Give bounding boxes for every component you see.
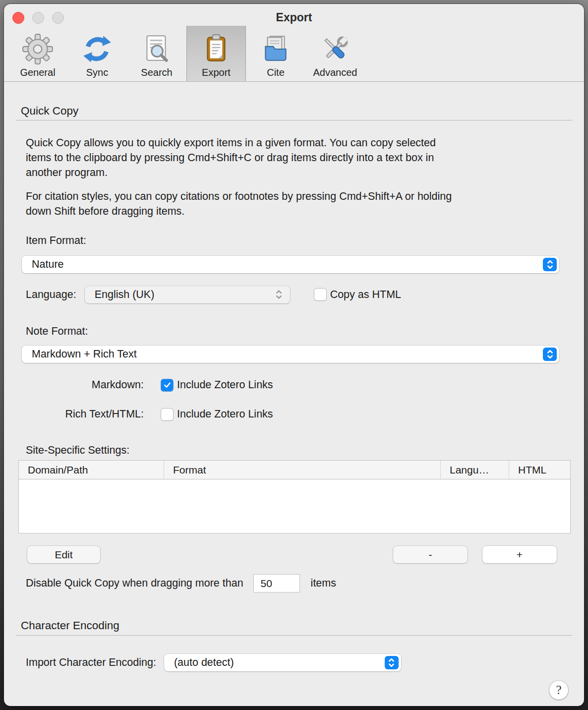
- language-value: English (UK): [85, 289, 155, 301]
- site-specific-settings-table: Domain/Path Format Langu… HTML: [19, 461, 570, 533]
- items-label: items: [311, 577, 336, 590]
- help-button[interactable]: ?: [549, 681, 568, 700]
- title-bar: Export: [4, 4, 584, 26]
- markdown-include-links-checkbox[interactable]: [161, 379, 173, 391]
- minimize-button[interactable]: [32, 12, 44, 24]
- chevron-up-down-icon: [385, 656, 399, 669]
- column-header-domain-path[interactable]: Domain/Path: [19, 461, 164, 479]
- preferences-window: Export General: [4, 4, 584, 706]
- checkmark-icon: [163, 381, 172, 389]
- copy-as-html-checkbox[interactable]: [314, 289, 326, 300]
- section-divider: [16, 120, 572, 120]
- richtext-include-links-label: Include Zotero Links: [177, 408, 273, 420]
- tab-cite-label: Cite: [267, 67, 285, 78]
- preferences-toolbar: General Sync Search: [4, 26, 584, 82]
- column-header-language[interactable]: Langu…: [440, 461, 509, 479]
- note-format-select[interactable]: Markdown + Rich Text: [22, 346, 559, 363]
- search-icon: [140, 33, 173, 65]
- item-format-label: Item Format:: [26, 235, 584, 247]
- markdown-include-links-label: Include Zotero Links: [177, 379, 273, 391]
- item-format-select[interactable]: Nature: [22, 256, 559, 273]
- add-row-button[interactable]: +: [482, 546, 557, 563]
- tab-export-label: Export: [202, 67, 231, 78]
- language-select[interactable]: English (UK): [85, 286, 290, 303]
- note-format-value: Markdown + Rich Text: [22, 348, 137, 360]
- chevron-up-down-icon: [275, 286, 283, 303]
- tab-search[interactable]: Search: [127, 26, 186, 81]
- column-header-html[interactable]: HTML: [509, 461, 570, 479]
- sync-icon: [81, 33, 114, 65]
- import-encoding-value: (auto detect): [164, 656, 234, 669]
- tab-sync[interactable]: Sync: [67, 26, 127, 81]
- item-format-value: Nature: [22, 258, 64, 271]
- quick-copy-heading: Quick Copy: [21, 105, 584, 118]
- close-button[interactable]: [12, 12, 24, 24]
- tab-advanced-label: Advanced: [313, 67, 357, 78]
- window-title: Export: [4, 4, 584, 24]
- table-body-empty: [19, 479, 570, 533]
- tab-search-label: Search: [141, 67, 172, 78]
- richtext-include-links-checkbox[interactable]: [161, 409, 173, 420]
- quick-copy-description: Quick Copy allows you to quickly export …: [26, 135, 559, 180]
- markdown-label: Markdown:: [26, 379, 144, 391]
- richtext-label: Rich Text/HTML:: [26, 408, 144, 420]
- zoom-button[interactable]: [52, 12, 64, 24]
- tab-sync-label: Sync: [86, 67, 108, 78]
- section-divider: [16, 635, 572, 636]
- gear-icon: [21, 33, 54, 65]
- citation-styles-description: For citation styles, you can copy citati…: [26, 189, 559, 219]
- traffic-lights: [12, 12, 64, 24]
- language-label: Language:: [26, 289, 76, 301]
- cite-folder-icon: [259, 33, 292, 65]
- site-specific-settings-label: Site-Specific Settings:: [26, 444, 584, 457]
- export-clipboard-icon: [200, 33, 233, 65]
- copy-as-html-label: Copy as HTML: [330, 289, 401, 301]
- tab-general-label: General: [20, 67, 55, 78]
- chevron-up-down-icon: [543, 348, 557, 361]
- character-encoding-heading: Character Encoding: [21, 619, 584, 632]
- tab-export[interactable]: Export: [186, 26, 246, 81]
- tab-advanced[interactable]: Advanced: [305, 26, 365, 81]
- remove-row-button[interactable]: -: [393, 546, 468, 563]
- tab-cite[interactable]: Cite: [246, 26, 305, 81]
- table-header-row: Domain/Path Format Langu… HTML: [19, 461, 570, 479]
- tab-general[interactable]: General: [8, 26, 67, 81]
- disable-quick-copy-label: Disable Quick Copy when dragging more th…: [26, 577, 243, 590]
- note-format-label: Note Format:: [26, 325, 584, 338]
- advanced-tools-icon: [319, 33, 352, 65]
- chevron-up-down-icon: [543, 258, 557, 271]
- column-header-format[interactable]: Format: [164, 461, 440, 479]
- import-encoding-select[interactable]: (auto detect): [164, 654, 401, 671]
- edit-button[interactable]: Edit: [27, 546, 100, 563]
- drag-limit-input[interactable]: [253, 574, 300, 592]
- import-encoding-label: Import Character Encoding:: [26, 656, 156, 669]
